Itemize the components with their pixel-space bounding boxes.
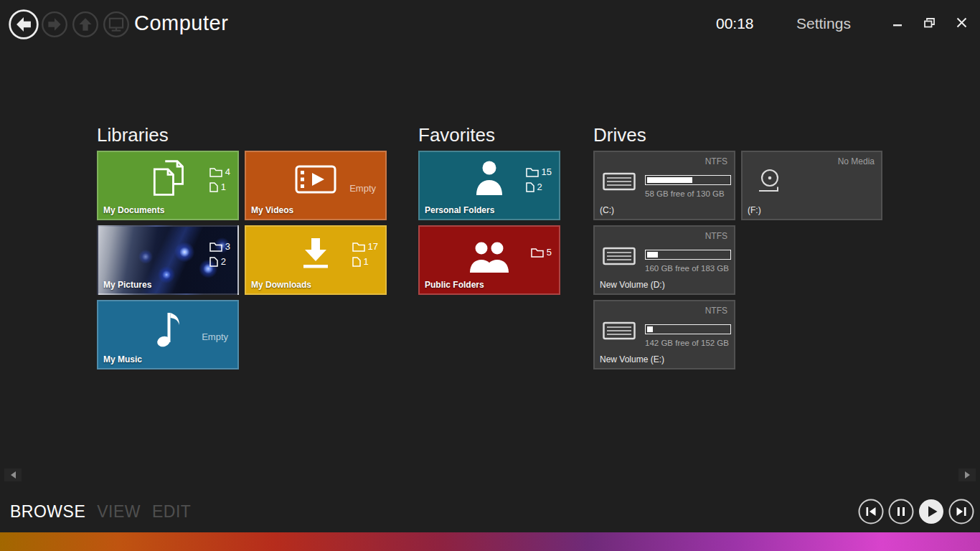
tile-drive-c[interactable]: NTFS 58 GB free of 130 GB (C:) [593, 151, 735, 220]
computer-window: Computer 00:18 Settings [0, 0, 980, 551]
music-note-icon [154, 309, 182, 349]
pause-icon [888, 499, 914, 524]
free-space-text: 142 GB free of 152 GB [645, 339, 729, 347]
minimize-button[interactable] [893, 18, 903, 28]
display-icon [102, 10, 131, 39]
file-count-badge: 1 [352, 256, 369, 267]
tile-personal-folders[interactable]: 15 2 Personal Folders [418, 151, 560, 220]
tile-badges: 17 1 [352, 241, 378, 267]
tile-label: New Volume (E:) [600, 354, 664, 364]
tile-drive-d[interactable]: NTFS 160 GB free of 183 GB New Volume (D… [593, 225, 735, 295]
media-status-label: No Media [838, 156, 875, 166]
folder-icon [209, 167, 222, 177]
tile-public-folders[interactable]: 5 Public Folders [418, 225, 560, 295]
tile-label: My Documents [103, 205, 164, 215]
scroll-right-arrow[interactable] [958, 468, 976, 481]
close-button[interactable] [956, 17, 967, 28]
favorites-header: Favorites [418, 124, 495, 146]
tile-label: Public Folders [425, 280, 484, 290]
restore-button[interactable] [924, 18, 935, 28]
people-icon [467, 241, 512, 274]
scroll-left-arrow[interactable] [4, 468, 22, 481]
disk-usage-fill [647, 326, 653, 332]
tab-edit[interactable]: EDIT [152, 502, 191, 522]
free-space-text: 58 GB free of 130 GB [645, 189, 725, 198]
free-space-text: 160 GB free of 183 GB [645, 264, 729, 273]
file-count: 2 [221, 256, 226, 267]
tile-my-documents[interactable]: 4 1 My Documents [97, 151, 239, 220]
tile-drive-f[interactable]: No Media (F:) [741, 151, 882, 220]
filesystem-label: NTFS [705, 156, 727, 166]
play-button[interactable] [918, 499, 944, 524]
video-icon [295, 165, 336, 194]
disk-usage-fill [647, 177, 692, 183]
folder-count: 17 [368, 241, 378, 252]
skip-next-button[interactable] [948, 499, 974, 524]
disk-usage-bar [645, 175, 731, 185]
pause-button[interactable] [888, 499, 914, 524]
app-bar: BROWSE VIEW EDIT [0, 491, 980, 532]
file-count-badge: 2 [526, 182, 542, 192]
disk-usage-bar [645, 250, 731, 260]
tab-browse[interactable]: BROWSE [10, 502, 85, 522]
back-button[interactable] [7, 8, 40, 43]
libraries-header: Libraries [97, 124, 169, 146]
folder-count-badge: 5 [531, 247, 552, 258]
folder-count: 4 [225, 166, 230, 177]
tile-badges: 3 2 [209, 241, 230, 267]
hard-drive-icon [603, 171, 636, 193]
rainbow-accent-strip [0, 532, 980, 551]
disk-usage-fill [647, 252, 658, 258]
tile-my-music[interactable]: Empty My Music [97, 300, 239, 369]
folder-count-badge: 3 [209, 241, 230, 252]
folder-count: 15 [542, 166, 552, 177]
folder-count: 5 [547, 247, 552, 258]
folder-count: 3 [225, 241, 230, 252]
filesystem-label: NTFS [705, 231, 727, 241]
media-controls [858, 499, 980, 524]
drives-header: Drives [593, 124, 646, 146]
tile-badges: 4 1 [209, 166, 230, 192]
left-triangle-icon [11, 471, 16, 479]
title-bar: Computer 00:18 Settings [0, 0, 980, 50]
page-title: Computer [134, 11, 228, 35]
tile-my-pictures[interactable]: 3 2 My Pictures [97, 225, 239, 295]
settings-button[interactable]: Settings [796, 15, 851, 32]
folder-icon [531, 248, 544, 258]
tile-my-videos[interactable]: Empty My Videos [245, 151, 387, 220]
tile-label: (F:) [748, 205, 761, 215]
tile-label: Personal Folders [425, 205, 494, 215]
forward-arrow-icon [40, 10, 69, 39]
right-triangle-icon [965, 471, 970, 479]
tile-drive-e[interactable]: NTFS 142 GB free of 152 GB New Volume (E… [593, 300, 735, 369]
hard-drive-icon [603, 321, 636, 342]
folder-count-badge: 4 [209, 166, 230, 177]
documents-icon [148, 158, 188, 199]
file-count: 1 [221, 182, 226, 192]
download-icon [298, 237, 334, 270]
file-icon [352, 257, 361, 267]
folder-count-badge: 17 [352, 241, 378, 252]
file-count-badge: 2 [209, 256, 226, 267]
forward-button[interactable] [40, 10, 69, 41]
disk-usage-bar [645, 324, 731, 334]
display-button[interactable] [102, 10, 131, 41]
folder-icon [352, 242, 365, 252]
app-bar-tabs: BROWSE VIEW EDIT [0, 502, 191, 522]
tab-view[interactable]: VIEW [97, 502, 141, 522]
restore-icon [924, 18, 935, 28]
up-button[interactable] [71, 10, 100, 41]
tile-my-downloads[interactable]: 17 1 My Downloads [245, 225, 387, 295]
file-count: 1 [364, 256, 369, 267]
folder-icon [526, 167, 539, 177]
folder-count-badge: 15 [526, 166, 552, 177]
file-icon [526, 182, 534, 192]
skip-previous-button[interactable] [858, 499, 884, 524]
tile-label: My Videos [251, 205, 293, 215]
back-arrow-icon [7, 8, 40, 41]
folder-icon [209, 242, 222, 252]
skip-next-icon [948, 499, 974, 524]
tile-label: My Music [103, 354, 142, 364]
file-count: 2 [537, 182, 542, 192]
up-arrow-icon [71, 10, 100, 39]
